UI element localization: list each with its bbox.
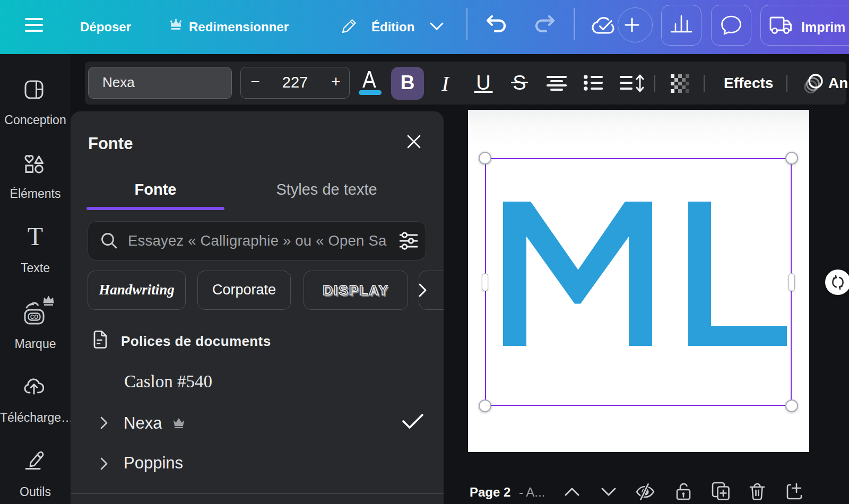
svg-text:CO: CO (30, 314, 38, 320)
